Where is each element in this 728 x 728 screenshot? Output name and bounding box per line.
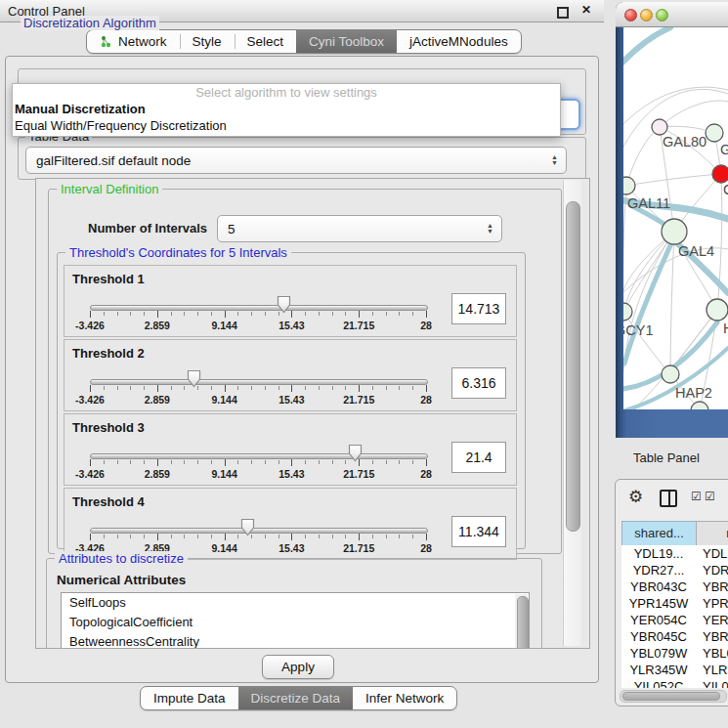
- table-cell-name[interactable]: YIL0: [703, 678, 728, 688]
- number-of-intervals-spinner[interactable]: 5 ▲▼: [217, 215, 502, 242]
- threshold-slider-track[interactable]: [90, 305, 428, 311]
- table-cell-name[interactable]: YDL1: [703, 545, 728, 562]
- table-row[interactable]: YBR045CYBR0: [621, 628, 728, 645]
- checkbox-icon[interactable]: ☑: [691, 490, 702, 503]
- tick-mark: [291, 385, 292, 392]
- interval-definition-title: Interval Definition: [57, 182, 162, 196]
- table-row[interactable]: YIL052CYIL0: [621, 678, 728, 688]
- zoom-traffic-light-icon[interactable]: [656, 9, 668, 21]
- settings-scrollbar[interactable]: [563, 180, 581, 646]
- network-edge[interactable]: [626, 174, 721, 186]
- table-cell-shared-name[interactable]: YPR145W: [621, 595, 696, 612]
- attributes-scrollbar-thumb[interactable]: [517, 596, 529, 649]
- tick-mark: [184, 386, 185, 390]
- tick-mark: [157, 385, 158, 392]
- network-canvas[interactable]: GAL80GCGAL11GAL4GCY1HHAP2: [623, 27, 728, 409]
- network-node-hap2[interactable]: [662, 365, 679, 383]
- threshold-value-field[interactable]: 11.344: [451, 516, 506, 547]
- tick-mark: [117, 535, 118, 538]
- network-edge[interactable]: [670, 232, 674, 374]
- tick-mark: [265, 312, 266, 316]
- tab-label: Select: [247, 30, 284, 53]
- table-row[interactable]: YLR345WYLR3: [621, 662, 728, 678]
- minimize-traffic-light-icon[interactable]: [640, 9, 653, 21]
- column-header-shared[interactable]: shared...: [621, 521, 697, 546]
- tick-mark: [117, 312, 118, 316]
- settings-scrollbar-thumb[interactable]: [566, 201, 580, 532]
- table-cell-name[interactable]: YBR0: [703, 578, 728, 595]
- threshold-slider-track[interactable]: [90, 528, 428, 534]
- table-cell-name[interactable]: YBR0: [703, 628, 728, 645]
- threshold-value-field[interactable]: 6.316: [451, 367, 506, 399]
- table-horizontal-scrollbar[interactable]: [620, 690, 727, 703]
- table-cell-shared-name[interactable]: YBR045C: [621, 628, 696, 645]
- table-cell-name[interactable]: YDR2: [703, 562, 728, 578]
- attribute-item-topologicalcoefficient[interactable]: TopologicalCoefficient: [62, 613, 529, 632]
- table-row[interactable]: YBL079WYBL0: [621, 645, 728, 662]
- table-cell-name[interactable]: YPR1: [703, 595, 728, 612]
- table-cell-shared-name[interactable]: YER054C: [621, 612, 696, 628]
- tab-impute-data[interactable]: Impute Data: [141, 687, 238, 709]
- threshold-slider-thumb[interactable]: [240, 518, 255, 536]
- network-thick-edge[interactable]: [623, 27, 670, 63]
- table-cell-shared-name[interactable]: YDR27...: [621, 562, 696, 578]
- tab-select[interactable]: Select: [235, 30, 297, 53]
- tab-infer-network[interactable]: Infer Network: [353, 687, 456, 709]
- tab-discretize-data[interactable]: Discretize Data: [238, 687, 354, 709]
- attribute-item-betweennesscentrality[interactable]: BetweennessCentrality: [62, 632, 529, 649]
- network-node-g[interactable]: [706, 124, 723, 142]
- column-header-name[interactable]: na: [696, 521, 728, 546]
- network-node-gal80[interactable]: [652, 119, 667, 135]
- close-traffic-light-icon[interactable]: [624, 9, 637, 21]
- float-window-icon[interactable]: [557, 7, 569, 19]
- table-cell-shared-name[interactable]: YDL19...: [621, 545, 696, 562]
- network-node-h[interactable]: [707, 299, 728, 321]
- algorithm-hint-item[interactable]: Select algorithm to view settings: [13, 84, 560, 101]
- gear-icon[interactable]: ⚙: [628, 487, 643, 507]
- table-cell-shared-name[interactable]: YLR345W: [621, 662, 696, 678]
- checkbox-icon[interactable]: ☑: [705, 490, 715, 503]
- threshold-value-field[interactable]: 14.713: [451, 293, 506, 324]
- network-node-gcy1[interactable]: [623, 303, 632, 321]
- threshold-slider-thumb[interactable]: [348, 444, 363, 462]
- apply-button[interactable]: Apply: [262, 655, 334, 679]
- threshold-slider-thumb[interactable]: [277, 295, 291, 314]
- table-cell-shared-name[interactable]: YBR043C: [621, 578, 696, 595]
- tick-mark: [130, 312, 131, 316]
- network-node-c[interactable]: [712, 165, 728, 183]
- algorithm-option-equal-width[interactable]: Equal Width/Frequency Discretization: [13, 117, 560, 134]
- threshold-value-field[interactable]: 21.4: [451, 442, 506, 473]
- numerical-attributes-list[interactable]: SelfLoopsTopologicalCoefficientBetweenne…: [61, 592, 530, 649]
- close-icon[interactable]: ✕: [581, 3, 591, 17]
- network-edge[interactable]: [660, 101, 728, 127]
- table-cell-name[interactable]: YER0: [703, 612, 728, 628]
- table-row[interactable]: YDR27...YDR2: [621, 562, 728, 578]
- network-edge[interactable]: [623, 87, 728, 125]
- table-cell-shared-name[interactable]: YIL052C: [621, 678, 696, 688]
- table-cell-name[interactable]: YLR3: [703, 662, 728, 678]
- table-data-combobox[interactable]: galFiltered.sif default node ▲▼: [25, 147, 567, 174]
- node-table-rows[interactable]: YDL19...YDL1YDR27...YDR2YBR043CYBR0YPR14…: [621, 545, 728, 688]
- table-row[interactable]: YDL19...YDL1: [621, 545, 728, 562]
- network-edge[interactable]: [626, 127, 660, 186]
- algorithm-option-manual[interactable]: Manual Discretization: [13, 101, 560, 117]
- tab-style[interactable]: Style: [180, 30, 235, 53]
- table-row[interactable]: YBR043CYBR0: [621, 578, 728, 595]
- table-cell-name[interactable]: YBL0: [703, 645, 728, 662]
- table-cell-shared-name[interactable]: YBL079W: [621, 645, 696, 662]
- network-node-gal11[interactable]: [623, 177, 635, 194]
- tab-cyni-toolbox[interactable]: Cyni Toolbox: [296, 30, 397, 53]
- columns-icon[interactable]: [660, 490, 677, 507]
- attribute-item-selfloops[interactable]: SelfLoops: [62, 593, 529, 613]
- tick-mark: [130, 386, 131, 390]
- threshold-slider-track[interactable]: [90, 453, 428, 459]
- network-node-gal4[interactable]: [662, 219, 687, 244]
- table-row[interactable]: YER054CYER0: [621, 612, 728, 628]
- tab-jactivemnodules[interactable]: jActiveMNodules: [397, 30, 521, 53]
- tab-network[interactable]: Network: [87, 30, 180, 53]
- table-row[interactable]: YPR145WYPR1: [621, 595, 728, 612]
- attributes-list-scrollbar[interactable]: [515, 594, 528, 649]
- threshold-slider-thumb[interactable]: [187, 369, 201, 388]
- table-scrollbar-thumb[interactable]: [622, 692, 720, 701]
- threshold-slider-track[interactable]: [90, 379, 428, 385]
